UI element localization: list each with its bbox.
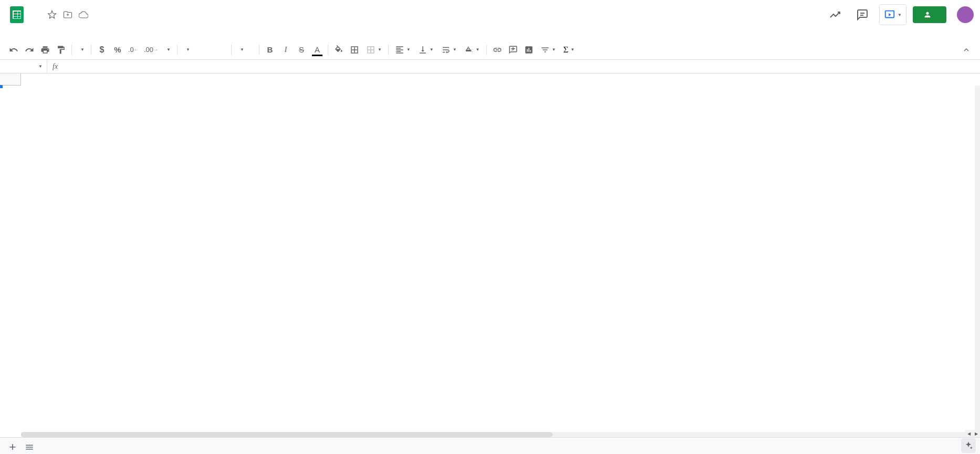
font-size-dropdown[interactable]: ▼ [235,45,256,54]
borders-button[interactable] [347,43,362,57]
cloud-icon[interactable] [79,10,88,19]
increase-decimal-button[interactable]: .00→ [142,43,160,57]
filter-button[interactable]: ▼ [537,43,559,57]
fx-label: fx [47,62,63,71]
zoom-dropdown[interactable]: ▼ [75,45,88,54]
horizontal-scrollbar[interactable] [21,432,971,437]
comments-icon[interactable] [852,4,873,25]
number-format-dropdown[interactable]: ▼ [161,45,174,54]
present-button[interactable]: ▼ [879,4,906,25]
move-icon[interactable] [63,10,72,19]
text-color-button[interactable]: A [310,43,325,57]
fill-color-button[interactable] [331,43,346,57]
italic-button[interactable]: I [278,43,293,57]
bold-button[interactable]: B [263,43,277,57]
share-button[interactable] [913,6,946,23]
redo-button[interactable] [22,43,37,57]
name-box[interactable]: ▼ [0,60,47,73]
currency-button[interactable]: $ [95,43,109,57]
formula-bar[interactable] [63,60,980,73]
activity-icon[interactable] [825,4,846,25]
print-button[interactable] [38,43,53,57]
all-sheets-button[interactable] [21,439,38,455]
add-sheet-button[interactable]: + [4,439,21,455]
vertical-align-button[interactable]: ▼ [415,43,437,57]
functions-button[interactable]: Σ▼ [560,43,578,57]
text-rotation-button[interactable]: ▼ [461,43,483,57]
undo-button[interactable] [6,43,21,57]
star-icon[interactable] [47,10,57,19]
percent-button[interactable]: % [110,43,125,57]
decrease-decimal-button[interactable]: .0← [126,43,141,57]
text-wrap-button[interactable]: ▼ [438,43,460,57]
paint-format-button[interactable] [54,43,68,57]
scroll-right-button[interactable]: ▶ [973,430,980,437]
scroll-left-button[interactable]: ◀ [965,430,973,437]
horizontal-align-button[interactable]: ▼ [392,43,414,57]
insert-comment-button[interactable] [506,43,520,57]
insert-link-button[interactable] [490,43,505,57]
merge-cells-button[interactable]: ▼ [363,43,385,57]
font-dropdown[interactable]: ▼ [181,45,228,54]
explore-button[interactable] [961,438,976,453]
sheets-app-icon[interactable] [6,4,27,25]
collapse-toolbar-button[interactable] [959,43,974,57]
user-avatar[interactable] [957,6,974,23]
document-title[interactable] [32,13,41,16]
insert-chart-button[interactable] [522,43,536,57]
select-all-corner[interactable] [0,73,21,86]
strikethrough-button[interactable]: S [294,43,309,57]
vertical-scrollbar[interactable] [975,86,980,432]
